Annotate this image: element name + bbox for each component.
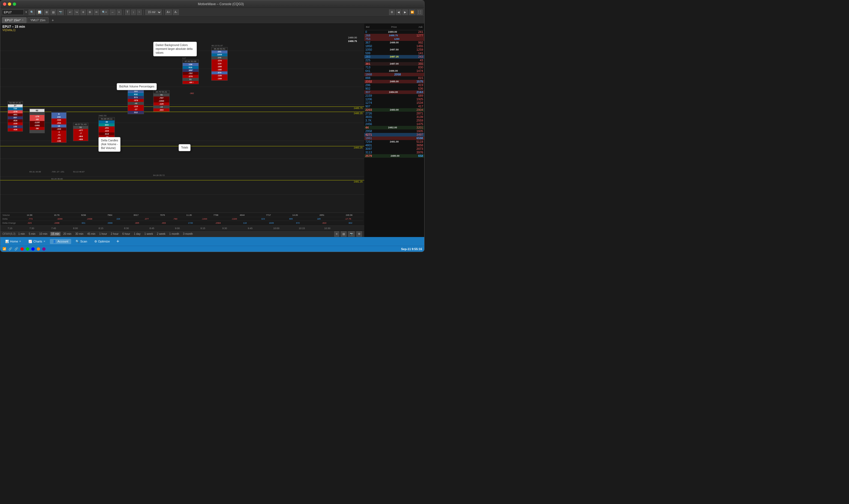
tab-epu7-label: EPU7 15m* [5, 19, 20, 22]
chart-area: EPU7 – 15 min VI(Delta,1) 2485.75 [0, 24, 364, 237]
chart-canvas[interactable]: 2485.75 2485.25 2483.25 2481.25 52.59 47… [0, 33, 364, 213]
time-830: 8:30 [124, 227, 129, 230]
chart-title: EPU7 – 15 min [2, 25, 362, 29]
tab-charts-close[interactable]: ✕ [44, 240, 46, 243]
interval-1min[interactable]: 1 min [17, 232, 26, 236]
interval-10min[interactable]: 10 min [38, 232, 49, 236]
toolbar-plus[interactable]: + [117, 10, 122, 15]
toolbar-settings[interactable]: ⚙ [389, 10, 395, 15]
sep3 [143, 10, 144, 15]
ob-row-248400c: 1206 1925 [364, 97, 424, 101]
link-icon: 🔗 [8, 247, 12, 251]
time-1030: 10:30 [324, 227, 330, 230]
interval-2week[interactable]: 2 week [156, 232, 167, 236]
ob-row-248750b: 599 141 [364, 52, 424, 55]
tab-add[interactable]: + [114, 239, 122, 245]
interval-1month[interactable]: 1 month [168, 232, 180, 236]
grid-line-4 [0, 105, 364, 105]
home-icon: 📊 [5, 240, 9, 243]
interval-settings2[interactable]: ▤ [341, 231, 347, 237]
candle-745-price: 63.20 36.80 [51, 178, 63, 180]
toolbar-font-down[interactable]: A- [173, 10, 179, 15]
interval-30min[interactable]: 30 min [74, 232, 85, 236]
interval-2hour[interactable]: 2 hour [109, 232, 119, 236]
interval-6hour[interactable]: 6 hour [121, 232, 131, 236]
tab-optimize[interactable]: ⚙ Optimize [92, 239, 112, 244]
traffic-lights [3, 2, 16, 6]
ob-row-248100c: 3097 2073 [364, 147, 424, 151]
toolbar-crosshair[interactable]: ✛ [81, 10, 86, 15]
ob-header: Bid Price Ask [364, 24, 424, 30]
toolbar-magnet[interactable]: ⚙ [87, 10, 93, 15]
stats-volume-label: Volume [1, 214, 16, 216]
ob-row-248750: 1050 2487.50 1259 [364, 48, 424, 52]
toolbar-text[interactable]: T [125, 10, 130, 15]
ob-row-248700b: 713 830 [364, 66, 424, 69]
toolbar-nav-next[interactable]: ▶ [402, 10, 408, 15]
interval-45min[interactable]: 45 min [86, 232, 97, 236]
toolbar-wave[interactable]: ~ [137, 10, 142, 15]
interval-settings1[interactable]: ≡ [334, 231, 339, 237]
toolbar-camera[interactable]: 📷 [57, 10, 64, 15]
tab-account[interactable]: 👤 Account [50, 239, 71, 244]
toolbar-font-up[interactable]: A+ [165, 10, 172, 15]
tab-account-label: Account [57, 240, 68, 243]
toolbar-undo[interactable]: ↩ [67, 10, 73, 15]
time-715: 7:15 [7, 227, 13, 230]
toolbar-chart-type1[interactable]: 📊 [36, 10, 43, 15]
tab-charts[interactable]: 📈 Charts ✕ [25, 239, 48, 244]
candle-900-bid: 695 [190, 69, 193, 71]
interval-1hour[interactable]: 1 hour [98, 232, 108, 236]
tab-home-close[interactable]: ✕ [19, 240, 21, 243]
toolbar-draw[interactable]: ✏ [94, 10, 99, 15]
tab-add[interactable]: + [49, 17, 57, 23]
ob-row-248100b: 4801 3658 [364, 144, 424, 147]
interval-settings3[interactable]: 📷 [348, 231, 355, 237]
time-730: 7:30 [30, 227, 34, 230]
tab-home[interactable]: 📊 Home ✕ [2, 239, 24, 244]
candle-815: 54.89 45.11 30 603 -291 -224 -613 -13 [99, 117, 115, 139]
toolbar-cursor[interactable]: ↕ [131, 10, 136, 15]
interval-settings4[interactable]: ⚙ [356, 231, 362, 237]
tab-ymu7[interactable]: YMU7 15m [27, 17, 48, 23]
toolbar-separator1: ▼ [25, 11, 28, 14]
interval-5min[interactable]: 5 min [28, 232, 36, 236]
tab-epu7-close[interactable]: ✕ [21, 19, 24, 21]
interval-1day[interactable]: 1 day [133, 232, 141, 236]
maximize-button[interactable] [13, 2, 16, 6]
candle-900-top: 117 [183, 57, 186, 59]
toolbar-chart-type3[interactable]: ▤ [50, 10, 56, 15]
symbol-input[interactable] [2, 10, 24, 15]
charts-icon: 📈 [28, 240, 32, 243]
toolbar-search[interactable]: 🔍 [29, 10, 35, 15]
toolbar-arrow[interactable]: ↔ [109, 10, 116, 15]
main-area: EPU7 – 15 min VI(Delta,1) 2485.75 [0, 24, 424, 237]
toolbar-nav-prev[interactable]: ◀ [396, 10, 401, 15]
tab-scan[interactable]: 🔍 Scan [73, 239, 90, 244]
tab-epu7[interactable]: EPU7 15m* ✕ [2, 17, 27, 23]
toolbar-nav-end[interactable]: ⏩ [409, 10, 416, 15]
minimize-button[interactable] [8, 2, 11, 6]
interval-20min[interactable]: 20 min [62, 232, 72, 236]
chart-header: EPU7 – 15 min VI(Delta,1) [0, 24, 364, 33]
tab-charts-label: Charts [33, 240, 42, 243]
toolbar-zoom[interactable]: 🔍+ [100, 10, 108, 15]
time-1015: 10:15 [299, 227, 305, 230]
toolbar-redo[interactable]: ↪ [74, 10, 79, 15]
interval-1week[interactable]: 1 week [143, 232, 154, 236]
ob-row-248500c: 902 536 [364, 87, 424, 90]
interval-3month[interactable]: 3 month [182, 232, 194, 236]
tab-home-label: Home [10, 240, 18, 243]
time-800: 8:00 [73, 227, 78, 230]
ob-row-248100d: 3113 3976 [364, 151, 424, 154]
toolbar-chart-type2[interactable]: ⊞ [44, 10, 49, 15]
interval-15min[interactable]: 15 min [50, 232, 60, 236]
time-745: 7:45 [51, 227, 56, 230]
link2-icon: 🔗 [15, 247, 18, 251]
optimize-icon: ⚙ [94, 240, 97, 243]
close-button[interactable] [3, 2, 6, 6]
toolbar-fullscreen[interactable]: ⛶ [417, 10, 422, 15]
ob-body[interactable]: 0 2489.00 241 268 2488.75 1277 753 1290 … [364, 30, 424, 237]
timeframe-select[interactable]: 15 min [145, 10, 162, 15]
ob-row-248200b: 2958 1605 [364, 129, 424, 133]
